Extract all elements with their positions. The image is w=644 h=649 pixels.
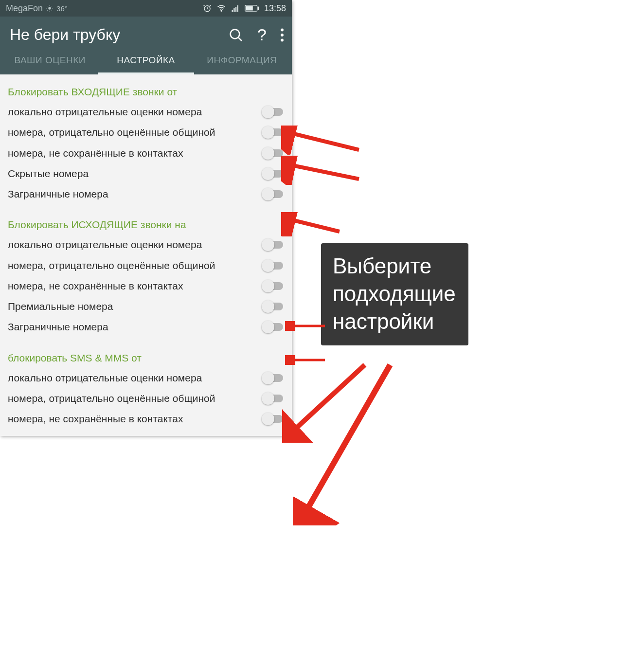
svg-line-15 xyxy=(288,132,359,150)
svg-rect-5 xyxy=(235,7,236,12)
switch-outgoing-foreign[interactable] xyxy=(262,322,285,332)
callout-line: подходящие xyxy=(333,280,456,307)
tab-ratings[interactable]: ВАШИ ОЦЕНКИ xyxy=(2,47,98,74)
svg-rect-4 xyxy=(233,8,234,12)
row-sms-local-negative: локально отрицательные оценки номера xyxy=(0,368,292,388)
clock-label: 13:58 xyxy=(264,3,286,14)
svg-point-12 xyxy=(281,28,284,31)
svg-line-11 xyxy=(238,37,242,41)
row-incoming-foreign: Заграничные номера xyxy=(0,184,292,204)
switch-sms-local-negative[interactable] xyxy=(262,373,285,383)
row-label: локально отрицательные оценки номера xyxy=(8,106,256,118)
search-icon[interactable] xyxy=(228,27,244,43)
row-incoming-hidden: Скрытые номера xyxy=(0,163,292,184)
annotation-callout: Выберите подходящие настройки xyxy=(321,243,468,345)
battery-icon xyxy=(245,4,259,12)
svg-point-14 xyxy=(281,38,284,41)
help-icon[interactable]: ? xyxy=(257,25,267,44)
phone-frame: MegaFon 36° 13:58 Не бери трубку xyxy=(0,0,292,436)
row-label: локально отрицательные оценки номера xyxy=(8,372,256,384)
row-outgoing-premium: Премиальные номера xyxy=(0,296,292,317)
svg-line-17 xyxy=(288,219,340,232)
row-sms-not-in-contacts: номера, не сохранённые в контактах xyxy=(0,409,292,429)
row-label: номера, не сохранённые в контактах xyxy=(8,280,256,292)
svg-line-16 xyxy=(288,164,359,179)
switch-outgoing-local-negative[interactable] xyxy=(262,240,285,250)
overflow-menu-icon[interactable] xyxy=(280,28,284,42)
row-outgoing-local-negative: локально отрицательные оценки номера xyxy=(0,234,292,255)
alarm-icon xyxy=(203,4,212,13)
row-sms-community-negative: номера, отрицательно оценённые общиной xyxy=(0,388,292,409)
section-title-incoming: Блокировать ВХОДЯЩИЕ звонки от xyxy=(0,78,292,102)
svg-rect-9 xyxy=(257,6,259,10)
row-incoming-community-negative: номера, отрицательно оценённые общиной xyxy=(0,122,292,143)
row-label: Премиальные номера xyxy=(8,300,256,313)
signal-icon xyxy=(231,4,240,13)
svg-rect-6 xyxy=(237,5,238,12)
settings-content: Блокировать ВХОДЯЩИЕ звонки от локально … xyxy=(0,74,292,436)
switch-incoming-local-negative[interactable] xyxy=(262,107,285,117)
row-incoming-local-negative: локально отрицательные оценки номера xyxy=(0,102,292,122)
weather-icon xyxy=(46,4,54,12)
row-label: локально отрицательные оценки номера xyxy=(8,238,256,251)
row-label: номера, отрицательно оценённые общиной xyxy=(8,392,256,405)
switch-outgoing-community-negative[interactable] xyxy=(262,261,285,270)
svg-rect-3 xyxy=(232,10,233,12)
carrier-label: MegaFon xyxy=(6,3,43,14)
svg-point-2 xyxy=(221,10,222,11)
section-title-outgoing: Блокировать ИСХОДЯЩИЕ звонки на xyxy=(0,204,292,234)
temperature-label: 36° xyxy=(56,4,68,13)
tab-info[interactable]: ИНФОРМАЦИЯ xyxy=(194,47,290,74)
switch-outgoing-premium[interactable] xyxy=(262,302,285,311)
row-label: Скрытые номера xyxy=(8,167,256,180)
section-title-sms: блокировать SMS & MMS от xyxy=(0,338,292,368)
callout-line: Выберите xyxy=(333,252,456,280)
annotation-arrow-icon xyxy=(293,360,395,525)
svg-point-0 xyxy=(48,7,51,9)
row-label: номера, отрицательно оценённые общиной xyxy=(8,126,256,139)
switch-incoming-foreign[interactable] xyxy=(262,189,285,199)
app-bar: Не бери трубку ? xyxy=(0,17,292,47)
svg-line-21 xyxy=(304,365,390,516)
status-bar: MegaFon 36° 13:58 xyxy=(0,0,292,17)
tab-strip: ВАШИ ОЦЕНКИ НАСТРОЙКА ИНФОРМАЦИЯ xyxy=(0,47,292,74)
row-label: номера, не сохранённые в контактах xyxy=(8,413,256,425)
row-label: номера, не сохранённые в контактах xyxy=(8,147,256,160)
row-outgoing-foreign: Заграничные номера xyxy=(0,317,292,337)
switch-sms-community-negative[interactable] xyxy=(262,394,285,403)
switch-sms-not-in-contacts[interactable] xyxy=(262,414,285,424)
annotation-arrow-icon xyxy=(285,321,329,331)
svg-point-10 xyxy=(231,29,240,38)
callout-line: настройки xyxy=(333,307,456,335)
row-label: Заграничные номера xyxy=(8,188,256,200)
row-outgoing-not-in-contacts: номера, не сохранённые в контактах xyxy=(0,276,292,296)
row-incoming-not-in-contacts: номера, не сохранённые в контактах xyxy=(0,143,292,163)
svg-point-13 xyxy=(281,34,284,36)
switch-outgoing-not-in-contacts[interactable] xyxy=(262,281,285,291)
wifi-icon xyxy=(216,4,226,13)
annotation-arrow-icon xyxy=(281,126,364,155)
row-label: номера, отрицательно оценённые общиной xyxy=(8,259,256,272)
annotation-arrow-icon xyxy=(281,212,344,236)
app-title: Не бери трубку xyxy=(10,26,120,44)
annotation-arrow-icon xyxy=(281,156,364,185)
row-label: Заграничные номера xyxy=(8,321,256,333)
row-outgoing-community-negative: номера, отрицательно оценённые общиной xyxy=(0,255,292,276)
tab-settings[interactable]: НАСТРОЙКА xyxy=(98,47,194,74)
svg-rect-8 xyxy=(246,6,253,11)
